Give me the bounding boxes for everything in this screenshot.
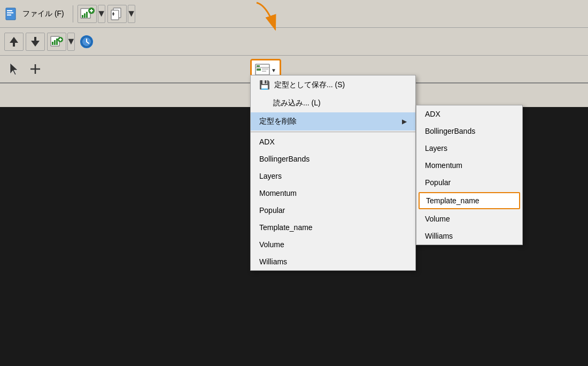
menu-bollinger-item[interactable]: BollingerBands [251, 150, 415, 167]
cursor-button[interactable] [4, 60, 24, 78]
submenu-adx-item[interactable]: ADX [416, 105, 522, 123]
svg-rect-25 [60, 38, 61, 41]
menu-separator-1 [251, 132, 415, 132]
add-indicator-button[interactable] [47, 33, 66, 51]
cross-button[interactable] [26, 60, 45, 78]
svg-rect-10 [91, 9, 92, 12]
menu-template-name-item[interactable]: Template_name [251, 219, 415, 236]
submenu-williams-item[interactable]: Williams [416, 227, 522, 245]
menu-volume-item[interactable]: Volume [251, 236, 415, 253]
submenu-template-name-label: Template_name [426, 196, 479, 205]
move-up-button[interactable] [4, 33, 24, 51]
svg-marker-15 [10, 37, 18, 43]
menu-popular-label: Popular [259, 206, 285, 215]
svg-rect-14 [113, 12, 114, 16]
svg-rect-33 [262, 71, 266, 72]
add-chart-button[interactable] [78, 5, 97, 23]
load-template-item[interactable]: 読み込み... (L) [251, 94, 415, 112]
svg-rect-3 [7, 14, 11, 16]
svg-rect-6 [84, 13, 86, 18]
load-template-label: 読み込み... (L) [273, 98, 321, 108]
clock-icon [80, 35, 93, 48]
file-menu-label[interactable]: ファイル (F) [22, 9, 64, 19]
svg-rect-16 [13, 43, 15, 47]
submenu-volume-label: Volume [425, 215, 450, 223]
svg-marker-18 [31, 41, 40, 47]
menu-williams-item[interactable]: Williams [251, 253, 415, 270]
submenu-layers-label: Layers [425, 144, 447, 152]
file-icon-btn [4, 6, 19, 21]
move-down-button[interactable] [26, 33, 45, 51]
svg-rect-32 [262, 68, 268, 70]
svg-rect-22 [56, 39, 58, 45]
menu-momentum-label: Momentum [259, 189, 297, 197]
delete-template-item[interactable]: 定型を削除 ▶ [251, 112, 415, 131]
svg-rect-12 [111, 10, 119, 20]
clock-button[interactable] [77, 33, 96, 51]
svg-rect-31 [257, 68, 261, 71]
submenu-popular-label: Popular [425, 178, 451, 187]
submenu-williams-label: Williams [425, 232, 453, 240]
submenu-adx-label: ADX [425, 110, 440, 118]
menu-momentum-item[interactable]: Momentum [251, 185, 415, 202]
menu-williams-label: Williams [259, 257, 287, 266]
menu-adx-item[interactable]: ADX [251, 133, 415, 150]
svg-marker-35 [10, 63, 18, 75]
save-template-label: 定型として保存... (S) [274, 80, 345, 90]
submenu-arrow-icon: ▶ [402, 118, 407, 125]
copy-button[interactable] [107, 5, 127, 23]
submenu-momentum-item[interactable]: Momentum [416, 157, 522, 174]
toolbar-row-2: ▼ ▼ [0, 28, 588, 56]
delete-submenu: ADX BollingerBands Layers Momentum Popul… [416, 105, 523, 245]
menu-template-name-label: Template_name [259, 223, 313, 232]
add-chart-dropdown[interactable]: ▼ [98, 5, 105, 23]
menu-volume-label: Volume [259, 240, 284, 249]
submenu-volume-item[interactable]: Volume [416, 210, 522, 227]
toolbar-row-1: ファイル (F) ▼ ▼ [0, 0, 588, 28]
svg-rect-5 [82, 15, 83, 18]
copy-dropdown[interactable]: ▼ [128, 5, 135, 23]
svg-rect-17 [34, 37, 36, 41]
menu-layers-label: Layers [259, 172, 282, 180]
svg-rect-7 [86, 12, 88, 18]
svg-rect-2 [7, 12, 13, 13]
submenu-bollinger-item[interactable]: BollingerBands [416, 123, 522, 140]
menu-popular-item[interactable]: Popular [251, 202, 415, 219]
svg-rect-0 [6, 8, 16, 20]
save-template-item[interactable]: 💾 定型として保存... (S) [251, 75, 415, 94]
svg-rect-1 [7, 10, 12, 11]
submenu-layers-item[interactable]: Layers [416, 140, 522, 157]
svg-rect-21 [54, 40, 56, 45]
menu-adx-label: ADX [259, 138, 275, 146]
delete-template-label: 定型を削除 [259, 117, 297, 126]
svg-rect-34 [257, 65, 260, 67]
main-dropdown-menu: 💾 定型として保存... (S) 読み込み... (L) 定型を削除 ▶ ADX… [250, 75, 416, 271]
template-dropdown-arrow: ▼ [271, 67, 276, 73]
svg-rect-20 [52, 42, 53, 45]
submenu-bollinger-label: BollingerBands [425, 127, 475, 135]
divider-1 [73, 5, 73, 22]
save-icon: 💾 [259, 80, 270, 90]
menu-layers-item[interactable]: Layers [251, 167, 415, 185]
menu-bollinger-label: BollingerBands [259, 155, 310, 163]
submenu-template-name-item[interactable]: Template_name [419, 192, 520, 209]
submenu-momentum-label: Momentum [425, 161, 462, 170]
submenu-popular-item[interactable]: Popular [416, 174, 522, 191]
add-indicator-dropdown[interactable]: ▼ [67, 33, 75, 51]
